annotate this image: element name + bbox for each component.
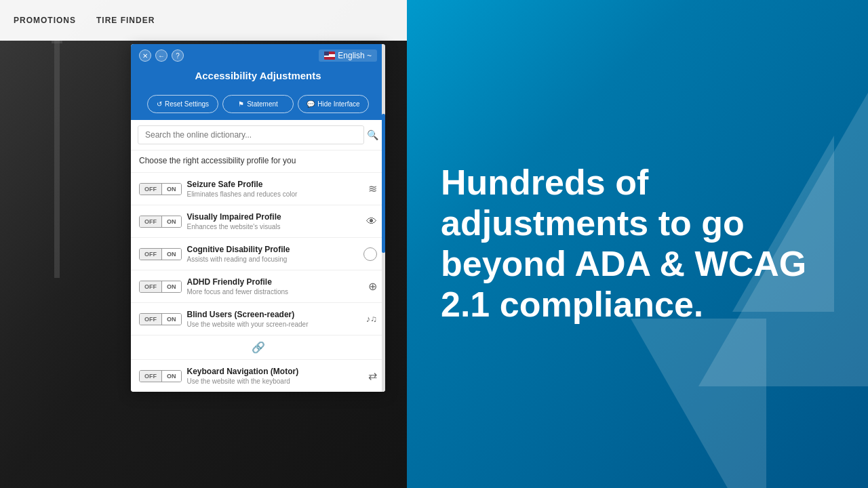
profile-info-visually: Visually Impaired Profile Enhances the w…: [187, 212, 361, 230]
toggle-off-seizure[interactable]: OFF: [140, 184, 162, 195]
statement-label: Statement: [247, 100, 278, 108]
profile-item-seizure-safe: OFF ON Seizure Safe Profile Eliminates f…: [131, 172, 385, 205]
toggle-off-keyboard[interactable]: OFF: [140, 371, 162, 382]
scroll-indicator: [382, 44, 385, 392]
profile-desc-adhd: More focus and fewer distractions: [187, 288, 363, 296]
flag-icon: [324, 52, 335, 60]
profile-desc-seizure: Eliminates flashes and reduces color: [187, 190, 363, 198]
nav-promotions[interactable]: PROMOTIONS: [14, 16, 76, 25]
toggle-on-adhd[interactable]: ON: [162, 281, 181, 292]
statement-button[interactable]: ⚑ Statement: [222, 95, 294, 113]
toggle-visually-impaired[interactable]: OFF ON: [139, 216, 182, 228]
nav-tire-finder[interactable]: TIRE FINDER: [96, 16, 155, 25]
profile-info-cognitive: Cognitive Disability Profile Assists wit…: [187, 245, 359, 263]
profile-info-adhd: ADHD Friendly Profile More focus and few…: [187, 277, 363, 296]
top-navigation: PROMOTIONS TIRE FINDER: [0, 0, 407, 41]
statement-icon: ⚑: [238, 100, 244, 108]
toggle-blind[interactable]: OFF ON: [139, 313, 182, 325]
language-selector[interactable]: English ~: [319, 49, 377, 62]
search-input[interactable]: [138, 125, 364, 144]
search-bar: 🔍: [131, 120, 385, 150]
toggle-off-cognitive[interactable]: OFF: [140, 249, 162, 260]
profile-name-seizure: Seizure Safe Profile: [187, 180, 363, 189]
reset-label: Reset Settings: [165, 100, 209, 108]
profile-name-blind: Blind Users (Screen-reader): [187, 310, 361, 319]
profile-info-seizure: Seizure Safe Profile Eliminates flashes …: [187, 180, 363, 198]
toggle-off-visually[interactable]: OFF: [140, 216, 162, 227]
profile-list: OFF ON Seizure Safe Profile Eliminates f…: [131, 172, 385, 392]
visually-icon: 👁: [366, 216, 377, 228]
promo-text: Hundreds of adjustments to go beyond ADA…: [441, 163, 834, 325]
deco-triangle-2: [631, 319, 766, 488]
toggle-seizure-safe[interactable]: OFF ON: [139, 183, 182, 195]
profile-info-blind: Blind Users (Screen-reader) Use the webs…: [187, 310, 361, 328]
hide-icon: 💬: [307, 100, 315, 108]
reset-settings-button[interactable]: ↺ Reset Settings: [147, 95, 218, 113]
profile-item-visually-impaired: OFF ON Visually Impaired Profile Enhance…: [131, 205, 385, 237]
toggle-adhd[interactable]: OFF ON: [139, 281, 182, 293]
panel-header: ✕ ← ? English ~ Accessibility Adjustment…: [131, 44, 385, 120]
profile-desc-visually: Enhances the website's visuals: [187, 223, 361, 230]
search-button[interactable]: 🔍: [367, 129, 378, 140]
action-buttons: ↺ Reset Settings ⚑ Statement 💬 Hide Inte…: [139, 88, 377, 120]
profile-name-visually: Visually Impaired Profile: [187, 212, 361, 222]
profile-item-blind: OFF ON Blind Users (Screen-reader) Use t…: [131, 302, 385, 335]
keyboard-icon: ⇄: [368, 369, 377, 382]
profile-desc-cognitive: Assists with reading and focusing: [187, 256, 359, 263]
toggle-on-cognitive[interactable]: ON: [162, 249, 181, 260]
panel-controls: ✕ ← ? English ~: [139, 49, 377, 62]
toggle-on-blind[interactable]: ON: [162, 314, 181, 325]
profile-section: Choose the right accessibility profile f…: [131, 150, 385, 172]
toggle-on-keyboard[interactable]: ON: [162, 371, 181, 382]
profile-item-adhd: OFF ON ADHD Friendly Profile More focus …: [131, 270, 385, 302]
profile-name-adhd: ADHD Friendly Profile: [187, 277, 363, 287]
right-panel: Hundreds of adjustments to go beyond ADA…: [407, 0, 868, 488]
cognitive-icon: [363, 247, 377, 261]
left-panel: PROMOTIONS TIRE FINDER ✕ ← ? English ~ A…: [0, 0, 407, 488]
pole-decoration: [54, 41, 60, 278]
seizure-icon: ≋: [368, 182, 377, 195]
profile-desc-keyboard: Use the website with the keyboard: [187, 378, 363, 385]
toggle-cognitive[interactable]: OFF ON: [139, 248, 182, 260]
profile-label: Choose the right accessibility profile f…: [139, 156, 377, 165]
hide-label: Hide Interface: [317, 100, 359, 108]
link-row: 🔗: [131, 335, 385, 359]
panel-controls-left: ✕ ← ?: [139, 49, 184, 62]
blind-icon: ♪♫: [366, 314, 377, 324]
accessibility-panel: ✕ ← ? English ~ Accessibility Adjustment…: [131, 44, 385, 392]
toggle-off-blind[interactable]: OFF: [140, 314, 162, 325]
profile-item-keyboard: OFF ON Keyboard Navigation (Motor) Use t…: [131, 359, 385, 392]
language-label: English ~: [338, 51, 372, 60]
link-icon: 🔗: [249, 338, 268, 357]
reset-icon: ↺: [157, 100, 162, 108]
profile-name-cognitive: Cognitive Disability Profile: [187, 245, 359, 254]
profile-desc-blind: Use the website with your screen-reader: [187, 321, 361, 328]
scroll-thumb[interactable]: [382, 114, 385, 253]
toggle-off-adhd[interactable]: OFF: [140, 281, 162, 292]
profile-name-keyboard: Keyboard Navigation (Motor): [187, 367, 363, 376]
hide-interface-button[interactable]: 💬 Hide Interface: [298, 95, 369, 113]
adhd-icon: ⊕: [368, 280, 377, 293]
promo-headline: Hundreds of adjustments to go beyond ADA…: [441, 163, 834, 325]
close-button[interactable]: ✕: [139, 49, 151, 62]
profile-item-cognitive: OFF ON Cognitive Disability Profile Assi…: [131, 237, 385, 270]
profile-info-keyboard: Keyboard Navigation (Motor) Use the webs…: [187, 367, 363, 385]
panel-title: Accessibility Adjustments: [139, 66, 377, 88]
toggle-keyboard[interactable]: OFF ON: [139, 370, 182, 382]
toggle-on-seizure[interactable]: ON: [162, 184, 181, 195]
pole-arm: [52, 41, 62, 43]
help-button[interactable]: ?: [172, 49, 184, 62]
back-button[interactable]: ←: [155, 49, 167, 62]
toggle-on-visually[interactable]: ON: [162, 216, 181, 227]
